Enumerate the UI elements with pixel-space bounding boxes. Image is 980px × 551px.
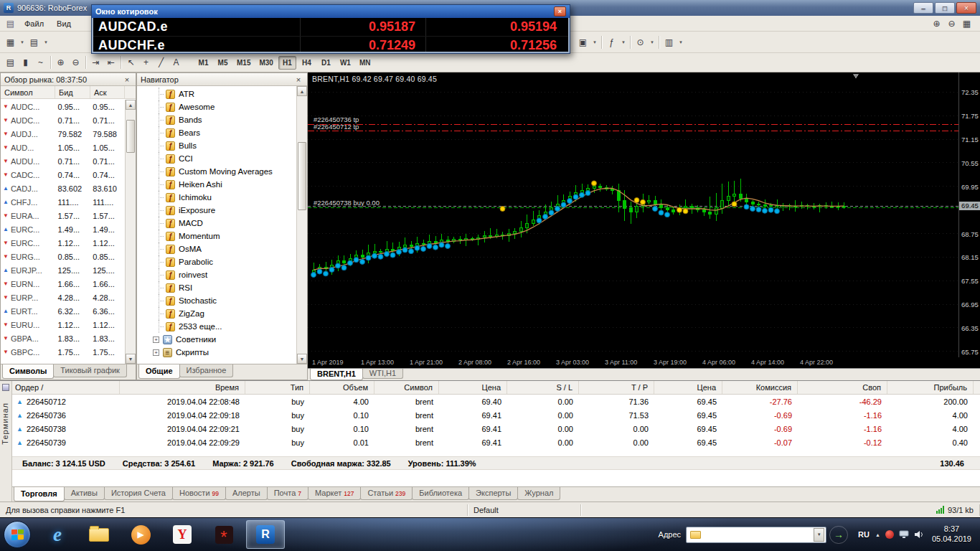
candlestick-chart-icon[interactable]: ▮ [18, 55, 33, 70]
navigator-item-roinvest[interactable]: ƒroinvest [137, 268, 296, 281]
close-button[interactable]: × [956, 2, 976, 14]
navigator-item-bears[interactable]: ƒBears [137, 126, 296, 139]
market-watch-row[interactable]: ▼AUD...1.05...1.05... [1, 141, 125, 154]
navigator-group-experts[interactable]: +★Советники [137, 333, 296, 346]
bar-chart-icon[interactable]: ▤ [3, 55, 18, 70]
navigator-item-cci[interactable]: ƒCCI [137, 152, 296, 165]
market-watch-row[interactable]: ▼GBPA...1.83...1.83... [1, 331, 125, 345]
menu-view[interactable]: Вид [50, 17, 77, 30]
charts-icon[interactable]: ▣ [575, 35, 590, 50]
scrollbar-thumb[interactable] [126, 120, 135, 153]
quote-row[interactable]: AUDCAD.e0.951870.95194 [93, 18, 568, 37]
address-dropdown-icon[interactable]: ▼ [814, 528, 824, 542]
market-watch-row[interactable]: ▲EURJP...125....125.... [1, 263, 125, 277]
navigator-item-stochastic[interactable]: ƒStochastic [137, 294, 296, 307]
tab-wti-h1[interactable]: WTI,H1 [362, 369, 403, 379]
zoom-in-icon[interactable]: ⊕ [929, 17, 944, 31]
chart-shift-icon[interactable]: ⇤ [103, 55, 118, 70]
market-watch-row[interactable]: ▼AUDC...0.95...0.95... [1, 100, 125, 113]
market-watch-row[interactable]: ▼EURA...1.57...1.57... [1, 209, 125, 222]
navigator-item-heiken-ashi[interactable]: ƒHeiken Ashi [137, 178, 296, 191]
ie-icon[interactable]: e [38, 520, 77, 549]
tray-expand-icon[interactable]: ▲ [875, 532, 880, 537]
timeframe-h1[interactable]: H1 [278, 56, 296, 70]
profiles-icon[interactable]: ▤ [27, 35, 42, 50]
antivirus-icon[interactable] [885, 530, 894, 539]
navigator-scrollbar[interactable]: ▲ ▼ [296, 86, 307, 364]
address-go-button[interactable]: → [829, 526, 848, 544]
templates-dropdown[interactable]: ▼ [677, 35, 685, 50]
profiles-dropdown[interactable]: ▼ [42, 35, 50, 50]
tab-news[interactable]: Новости99 [172, 487, 226, 500]
navigator-item-more-indicators[interactable]: ƒ2533 еще... [137, 320, 296, 333]
timeframe-mn[interactable]: MN [356, 56, 374, 70]
market-watch-row[interactable]: ▼EURN...1.66...1.66... [1, 277, 125, 291]
timeframe-m30[interactable]: M30 [255, 56, 276, 70]
tab-library[interactable]: Библиотека [412, 487, 469, 500]
orders-column-6[interactable]: S / L [507, 381, 579, 394]
navigator-item-ichimoku[interactable]: ƒIchimoku [137, 191, 296, 204]
close-icon[interactable]: × [122, 75, 132, 84]
market-watch-row[interactable]: ▼EURC...1.12...1.12... [1, 236, 125, 250]
orders-column-7[interactable]: T / P [579, 381, 654, 394]
navigator-item-awesome[interactable]: ƒAwesome [137, 100, 296, 113]
market-watch-row[interactable]: ▼AUDJ...79.58279.588 [1, 127, 125, 141]
indicators-dropdown[interactable]: ▼ [619, 35, 628, 50]
tab-alerts[interactable]: Алерты [225, 487, 268, 500]
quotes-popup-titlebar[interactable]: Окно котировок × [92, 5, 570, 18]
tab-brent-h1[interactable]: BRENT,H1 [310, 369, 363, 380]
red-gear-icon[interactable]: * [204, 520, 243, 549]
navigator-item-parabolic[interactable]: ƒParabolic [137, 255, 296, 268]
scrollbar-thumb[interactable] [298, 142, 306, 210]
crosshair-icon[interactable]: + [138, 55, 154, 70]
timeframe-m1[interactable]: M1 [194, 56, 212, 70]
orders-column-5[interactable]: Цена [439, 381, 507, 394]
order-row[interactable]: ▲2264507362019.04.04 22:09:18buy0.10bren… [12, 408, 980, 422]
tab-favorites[interactable]: Избранное [179, 364, 234, 377]
timeframe-d1[interactable]: D1 [317, 56, 335, 70]
close-icon[interactable]: × [554, 6, 566, 17]
navigator-item-macd[interactable]: ƒMACD [137, 217, 296, 230]
tab-journal[interactable]: Журнал [517, 487, 560, 500]
maximize-button[interactable]: □ [935, 2, 955, 14]
charts-dropdown[interactable]: ▼ [590, 35, 599, 50]
navigator-item-bands[interactable]: ƒBands [137, 113, 296, 126]
zoom-in-icon[interactable]: ⊕ [53, 55, 68, 70]
orders-column-0[interactable]: Ордер / [12, 381, 120, 394]
orders-column-8[interactable]: Цена [654, 381, 722, 394]
market-watch-row[interactable]: ▲EURC...1.49...1.49... [1, 222, 125, 236]
media-player-icon[interactable]: ▶ [121, 520, 160, 549]
zoom-out-icon[interactable]: ⊖ [68, 55, 83, 70]
tab-experts[interactable]: Эксперты [468, 487, 518, 500]
timeframe-m15[interactable]: M15 [233, 56, 254, 70]
tab-tick-chart[interactable]: Тиковый график [53, 364, 127, 377]
scroll-down-icon[interactable]: ▼ [297, 354, 307, 364]
expand-icon[interactable]: + [153, 349, 159, 356]
market-watch-scrollbar[interactable]: ▲ ▼ [125, 100, 136, 364]
navigator-item-osma[interactable]: ƒOsMA [137, 242, 296, 255]
timeframe-m5[interactable]: M5 [214, 56, 232, 70]
scroll-down-icon[interactable]: ▼ [126, 354, 136, 364]
order-row[interactable]: ▲2264507392019.04.04 22:09:29buy0.01bren… [12, 435, 980, 449]
chart-plot[interactable]: BRENT,H1 69.42 69.47 69.40 69.45 #226450… [308, 72, 958, 357]
zoom-out-icon[interactable]: ⊖ [944, 17, 959, 31]
scroll-up-icon[interactable]: ▲ [297, 86, 307, 96]
tab-common[interactable]: Общие [138, 364, 180, 379]
indicators-icon[interactable]: ƒ [604, 35, 619, 50]
tab-account-history[interactable]: История Счета [104, 487, 173, 500]
order-row[interactable]: ▲2264507382019.04.04 22:09:21buy0.10bren… [12, 422, 980, 435]
cursor-icon[interactable]: ↖ [123, 55, 138, 70]
order-row[interactable]: ▲2264507122019.04.04 22:08:48buy4.00bren… [12, 395, 980, 408]
text-label-icon[interactable]: A [169, 55, 184, 70]
navigator-item-zigzag[interactable]: ƒZigZag [137, 307, 296, 320]
volume-icon[interactable] [914, 530, 923, 539]
menu-file[interactable]: Файл [18, 17, 50, 30]
timeframe-h4[interactable]: H4 [298, 56, 316, 70]
navigator-item-atr[interactable]: ƒATR [137, 88, 296, 100]
orders-column-3[interactable]: Объем [310, 381, 374, 394]
market-watch-row[interactable]: ▼EURP...4.28...4.28... [1, 291, 125, 304]
close-icon[interactable]: × [293, 75, 303, 84]
line-chart-icon[interactable]: ~ [33, 55, 48, 70]
tab-market[interactable]: Маркет127 [308, 487, 361, 500]
market-watch-row[interactable]: ▼EURG...0.85...0.85... [1, 250, 125, 263]
